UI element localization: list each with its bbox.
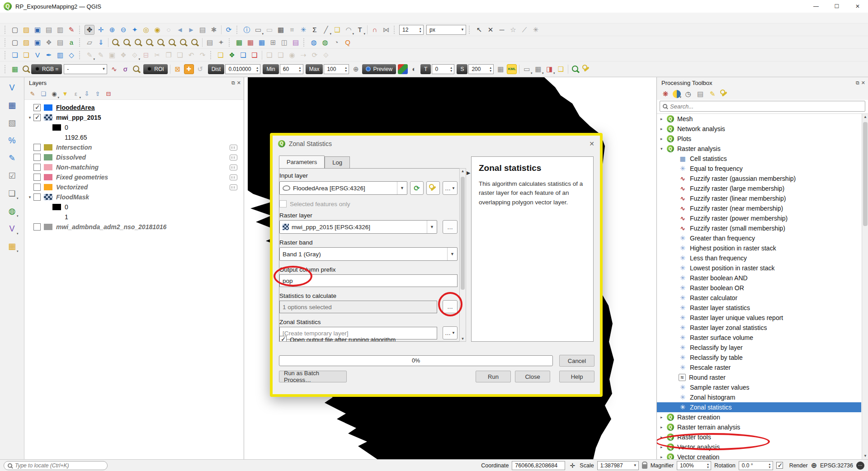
globe-green-icon[interactable]: ◍▾ (320, 38, 330, 47)
menu-item[interactable] (5, 17, 13, 19)
coordinate-input[interactable]: 760606,8208684 (512, 461, 565, 470)
toolbox-item[interactable]: Raster calculator (657, 293, 861, 303)
min-spinner[interactable]: 60▲▼ (280, 64, 303, 74)
menu-item[interactable] (102, 17, 110, 19)
polygon-tool-icon[interactable]: ▱▾ (85, 38, 94, 47)
toolbox-item[interactable]: ▸ Network analysis (657, 124, 861, 134)
run-button[interactable]: Run (476, 371, 511, 382)
history-icon[interactable]: ◷▾ (683, 89, 693, 99)
scp-classification-icon[interactable]: %▾ (6, 135, 18, 146)
python-scripts-icon[interactable]: ▾ (673, 90, 681, 98)
raster-band-combo[interactable]: Band 1 (Gray)▼ (279, 247, 458, 261)
refresh-map-icon[interactable]: ⟳▾ (224, 25, 234, 35)
render-checkbox[interactable] (776, 462, 783, 469)
rgb-combo[interactable]: -▼ (64, 64, 107, 74)
new-report-icon[interactable]: ✎▾ (66, 25, 76, 35)
remove-callout-icon[interactable]: ✕▾ (486, 25, 495, 35)
add-group-icon[interactable]: ❏▾ (39, 89, 48, 99)
toolbox-item[interactable]: Raster layer unique values report (657, 313, 861, 323)
scp-download-icon[interactable]: ▧▾ (6, 117, 18, 129)
parameters-scrollbar[interactable]: ▲ ▼ (459, 168, 466, 342)
attribute-table-icon[interactable]: ▦▾ (276, 25, 286, 35)
open-project-icon[interactable]: ▨▾ (21, 25, 31, 35)
toolbox-item[interactable]: ▸ Plots (657, 134, 861, 144)
toolbox-item[interactable]: Raster boolean OR (657, 283, 861, 293)
crs-label[interactable]: EPSG:32736 (820, 462, 853, 469)
collapse-panel-arrow-icon[interactable]: ▶ (467, 170, 470, 176)
zoom-tool-icon[interactable]: ▾ (156, 38, 166, 47)
output-prefix-input[interactable]: pop (279, 274, 458, 287)
expand-arrow-icon[interactable]: ▾ (660, 146, 667, 151)
band-combination-icon[interactable]: ▦▾ (533, 64, 543, 74)
toolbox-item[interactable]: Highest position in raster stack (657, 243, 861, 253)
statistics-field[interactable]: 1 options selected (279, 301, 437, 313)
style-manager-icon[interactable]: ▤▾ (44, 25, 54, 35)
mesh-icon[interactable]: ▤▾ (291, 38, 301, 47)
toolbox-item[interactable]: Reclassify by layer (657, 343, 861, 353)
zoom-preview-icon[interactable]: ▾ (132, 64, 142, 74)
toolbox-item[interactable]: Fuzzify raster (power membership) (657, 213, 861, 223)
close-dialog-button[interactable]: Close (515, 371, 550, 382)
spectral-signature-icon[interactable]: ∿▾ (109, 64, 119, 74)
new-gpx-icon[interactable]: ✒▾ (44, 50, 54, 60)
expand-arrow-icon[interactable]: ▸ (660, 137, 667, 141)
toolbox-item[interactable]: Rescale raster (657, 363, 861, 372)
edit-features-inplace-icon[interactable]: ✎▾ (708, 89, 717, 99)
zoom-next-icon[interactable]: ►▾ (186, 25, 196, 35)
vertex-tool-icon[interactable]: ⟐▾ (130, 50, 140, 60)
layer-row[interactable]: 1 (24, 212, 244, 222)
auto-labeling-icon[interactable]: a▾ (66, 38, 76, 47)
node-tool-icon[interactable]: ✳▾ (531, 25, 541, 35)
toolbox-item[interactable]: Fuzzify raster (small membership) (657, 223, 861, 233)
globe-crs-icon[interactable]: ⊕ (811, 461, 817, 470)
layer-row[interactable]: Non-matching (24, 162, 244, 172)
preview-pointer-icon[interactable]: ⊕▾ (351, 64, 361, 74)
toolbox-item[interactable]: Raster surface volume (657, 333, 861, 343)
minimize-button[interactable]: — (806, 0, 826, 13)
zoom-native-icon[interactable]: ◌▾ (164, 25, 174, 35)
selected-features-row[interactable]: Selected features only (279, 200, 350, 207)
selected-features-checkbox[interactable] (279, 200, 287, 207)
cancel-button[interactable]: Cancel (559, 355, 594, 367)
close-button[interactable]: ✕ (847, 0, 868, 13)
expand-arrow-icon[interactable]: ▸ (660, 435, 667, 439)
remove-layer-icon[interactable]: ⊟▾ (104, 89, 113, 99)
rgb-cube-icon[interactable]: ▾ (398, 64, 408, 74)
toolbox-item[interactable]: Zonal histogram (657, 392, 861, 402)
messages-icon[interactable]: ⋯ (856, 462, 864, 470)
zoom-in-icon[interactable]: ⊕▾ (107, 25, 117, 35)
select-features-icon[interactable]: ▭▾ (253, 25, 263, 35)
classification-icon[interactable]: ◨▾ (544, 64, 554, 74)
map-canvas[interactable]: Q Zonal Statistics ✕ Parameters Log ▶ In… (244, 77, 656, 459)
layer-row[interactable]: mwi_admbnda_adm2_nso_20181016 (24, 222, 244, 232)
topology-icon[interactable]: ⋈▾ (381, 25, 391, 35)
add-roi-icon[interactable]: ✚▾ (184, 64, 194, 74)
open-layer-styling-icon[interactable]: ✎▾ (28, 89, 37, 99)
layer-checkbox[interactable] (33, 154, 41, 161)
input-layer-more-button[interactable]: …▼ (443, 181, 458, 195)
new-bookmark-icon[interactable]: ✱▾ (209, 25, 219, 35)
move-label-icon[interactable]: ⇢▾ (298, 50, 308, 60)
toolbox-item[interactable]: Fuzzify raster (near membership) (657, 203, 861, 213)
zoom-tool-icon[interactable]: ▾ (167, 38, 177, 47)
float-panel-icon[interactable]: ⧉ (856, 80, 859, 86)
paste-features-icon[interactable]: ❏▾ (175, 50, 185, 60)
menu-item[interactable] (78, 17, 86, 19)
toolbox-scrollbar[interactable]: ▲ ▼ (862, 114, 868, 459)
layer-checkbox[interactable] (33, 104, 41, 111)
layer-row[interactable]: Fixed geometries (24, 172, 244, 182)
toolbox-item[interactable]: Cell statistics (657, 154, 861, 164)
new-project-icon[interactable]: ▢▾ (10, 25, 20, 35)
toolbox-search[interactable] (660, 101, 865, 112)
layer-row[interactable]: ▾ FloodMask (24, 192, 244, 202)
collapse-all-icon[interactable]: ⇧▾ (93, 89, 102, 99)
expand-arrow-icon[interactable]: ▸ (660, 445, 667, 449)
callout-icon[interactable]: ↖▾ (474, 25, 484, 35)
t-spinner[interactable]: 0▲▼ (432, 64, 454, 74)
raster-layer-combo[interactable]: mwi_ppp_2015 [EPSG:4326]▼ (279, 220, 437, 234)
extents-icon[interactable]: ✛ (568, 462, 576, 470)
iterate-button[interactable]: ⟳ (410, 181, 424, 195)
font-unit-combo[interactable]: px▼ (426, 25, 466, 35)
annotation-icon[interactable]: ◠▾ (344, 25, 354, 35)
toolbox-item[interactable]: Round raster (657, 372, 861, 382)
